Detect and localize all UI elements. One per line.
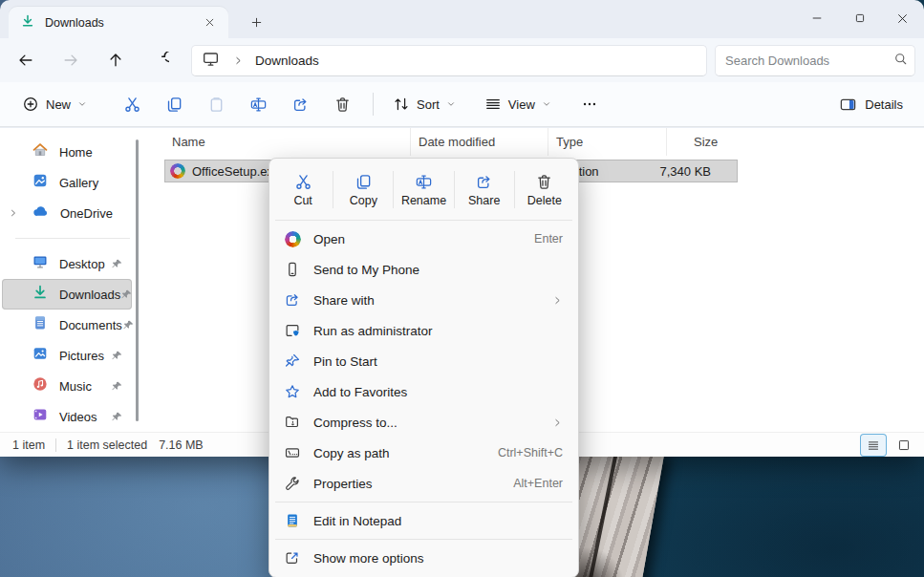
status-divider [55, 438, 56, 452]
cut-icon [294, 173, 312, 191]
menu-item-open[interactable]: Open Enter [273, 224, 574, 254]
share-icon [475, 173, 493, 191]
maximize-button[interactable] [838, 0, 881, 36]
list-header: Name Date modified Type Size [145, 128, 924, 156]
download-icon [32, 284, 49, 305]
menu-item-show-more-options[interactable]: Show more options [273, 543, 574, 573]
tab-close-icon[interactable] [198, 11, 221, 34]
search-box[interactable] [715, 45, 915, 76]
minimize-button[interactable] [795, 0, 838, 36]
view-button-label: View [508, 97, 535, 112]
sort-button-label: Sort [417, 97, 440, 112]
sidebar-item-videos[interactable]: Videos [0, 401, 132, 432]
up-button[interactable] [97, 43, 134, 77]
videos-icon [32, 406, 49, 427]
breadcrumb-chevron-icon[interactable] [233, 55, 244, 66]
menu-divider [275, 502, 572, 502]
share-button[interactable] [279, 88, 321, 120]
sidebar-item-music[interactable]: Music [0, 371, 132, 401]
new-tab-button[interactable] [242, 8, 270, 36]
menu-divider [275, 220, 572, 221]
refresh-button[interactable] [142, 43, 179, 77]
sidebar-item-documents[interactable]: Documents [0, 310, 132, 340]
menu-item-properties[interactable]: Properties Alt+Enter [273, 468, 574, 499]
cut-button[interactable] [111, 88, 153, 120]
column-header-name[interactable]: Name [164, 128, 410, 156]
admin-shield-icon [282, 322, 303, 339]
context-copy-button[interactable]: Copy [333, 162, 393, 217]
details-view-toggle[interactable] [861, 435, 886, 456]
tab-bar: Downloads [0, 0, 924, 38]
menu-item-run-as-administrator[interactable]: Run as administrator [273, 315, 574, 346]
show-more-options-icon [282, 549, 303, 566]
chevron-down-icon [77, 99, 87, 109]
back-button[interactable] [8, 43, 44, 77]
selection-size: 7.16 MB [159, 438, 204, 452]
documents-icon [32, 314, 49, 335]
home-icon [32, 141, 49, 162]
sidebar-item-label: Pictures [59, 349, 104, 363]
menu-item-edit-in-notepad[interactable]: Edit in Notepad [273, 505, 574, 536]
view-button[interactable]: View [475, 88, 561, 120]
download-icon [20, 13, 35, 32]
sidebar-item-gallery[interactable]: Gallery [0, 167, 132, 198]
chevron-down-icon [542, 99, 551, 109]
this-pc-icon[interactable] [202, 50, 220, 72]
more-options-button[interactable] [569, 88, 611, 120]
compress-zip-icon [282, 414, 303, 431]
context-delete-button[interactable]: Delete [515, 162, 574, 217]
menu-item-send-to-my-phone[interactable]: Send to My Phone [273, 254, 574, 285]
search-input[interactable] [725, 53, 893, 68]
sidebar-item-pictures[interactable]: Pictures [0, 340, 132, 371]
column-header-type[interactable]: Type [548, 128, 666, 156]
forward-button[interactable] [53, 43, 89, 77]
address-bar[interactable]: Downloads [191, 45, 707, 76]
pin-icon [111, 350, 123, 362]
copy-button[interactable] [153, 88, 195, 120]
context-cut-button[interactable]: Cut [273, 162, 333, 217]
selection-count: 1 item selected [67, 438, 147, 452]
menu-divider [275, 539, 572, 540]
sidebar-item-label: Home [59, 145, 93, 160]
context-share-button[interactable]: Share [455, 162, 514, 217]
tab-downloads[interactable]: Downloads [9, 7, 228, 38]
sidebar-item-home[interactable]: Home [0, 137, 132, 167]
menu-item-share-with[interactable]: Share with [273, 285, 574, 315]
submenu-chevron-icon [552, 295, 563, 306]
context-menu: Cut Copy Rename Share Delete Open Enter … [269, 158, 579, 577]
sidebar-scrollbar[interactable] [136, 139, 139, 421]
sidebar-item-label: Desktop [59, 257, 105, 271]
search-icon[interactable] [893, 52, 908, 70]
large-icons-view-toggle[interactable] [892, 435, 916, 456]
details-pane-button[interactable]: Details [829, 88, 913, 120]
quick-actions-row: Cut Copy Rename Share Delete [273, 162, 574, 217]
pin-icon [111, 380, 123, 393]
sidebar-item-onedrive[interactable]: OneDrive [0, 198, 132, 228]
close-button[interactable] [881, 0, 924, 36]
menu-item-pin-to-start[interactable]: Pin to Start [273, 346, 574, 376]
sort-button[interactable]: Sort [383, 88, 465, 120]
rename-icon [415, 173, 433, 191]
breadcrumb-location[interactable]: Downloads [255, 53, 319, 68]
context-rename-button[interactable]: Rename [394, 162, 453, 217]
menu-item-compress-to[interactable]: Compress to... [273, 407, 574, 438]
sidebar-item-desktop[interactable]: Desktop [0, 248, 132, 279]
column-header-date-modified[interactable]: Date modified [410, 128, 548, 156]
sidebar-item-downloads[interactable]: Downloads [2, 279, 132, 310]
office-setup-file-icon [170, 163, 185, 179]
onedrive-icon [32, 203, 50, 224]
sidebar-item-label: Documents [59, 318, 122, 332]
delete-button[interactable] [321, 88, 363, 120]
menu-item-add-to-favorites[interactable]: Add to Favorites [273, 376, 574, 407]
star-icon [282, 383, 303, 400]
chevron-right-icon[interactable] [9, 204, 18, 222]
menu-item-copy-as-path[interactable]: Copy as path Ctrl+Shift+C [273, 438, 574, 468]
file-name: OfficeSetup.exe [192, 164, 280, 179]
paste-button[interactable] [195, 88, 237, 120]
rename-button[interactable] [237, 88, 279, 120]
pin-icon [282, 353, 303, 370]
music-icon [32, 375, 49, 396]
submenu-chevron-icon [552, 417, 563, 428]
new-button[interactable]: New [11, 88, 97, 120]
column-header-size[interactable]: Size [666, 128, 738, 156]
